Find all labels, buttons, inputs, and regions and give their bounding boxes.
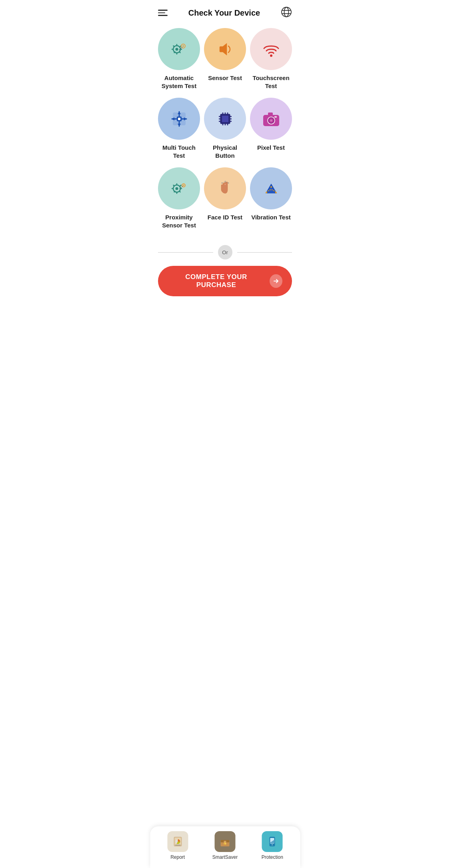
page-title: Check Your Device	[188, 8, 260, 18]
wifi-icon	[259, 37, 283, 61]
hamburger-menu-button[interactable]	[158, 10, 168, 16]
header: Check Your Device	[150, 0, 300, 24]
or-divider: Or	[150, 237, 300, 266]
svg-point-7	[182, 45, 184, 47]
cta-arrow-icon	[270, 274, 282, 288]
hand-touch-icon	[213, 177, 237, 201]
speaker-icon	[213, 37, 237, 61]
svg-point-1	[284, 7, 288, 17]
proximity-sensor-test-icon-circle	[158, 167, 200, 209]
svg-point-34	[183, 185, 184, 186]
grid-item-pixel-test[interactable]: Pixel Test	[250, 98, 292, 159]
pixel-test-icon-circle	[250, 98, 292, 140]
grid-item-touchscreen-test[interactable]: Touchscreen Test	[250, 28, 292, 90]
touchscreen-test-label: Touchscreen Test	[250, 74, 292, 90]
svg-rect-11	[178, 118, 180, 120]
grid-item-automatic-system-test[interactable]: Automatic System Test	[158, 28, 200, 90]
vibration-icon	[259, 177, 283, 201]
multi-touch-test-label: Multi Touch Test	[158, 144, 200, 159]
gear-proximity-icon	[167, 177, 191, 201]
vibration-test-label: Vibration Test	[251, 213, 291, 221]
grid-item-face-id-test[interactable]: Face ID Test	[204, 167, 246, 229]
touchscreen-test-icon-circle	[250, 28, 292, 70]
automatic-system-test-icon-circle	[158, 28, 200, 70]
svg-rect-13	[222, 116, 228, 122]
camera-icon	[259, 107, 283, 131]
multi-touch-test-icon-circle	[158, 98, 200, 140]
gear-auto-icon	[167, 37, 191, 61]
proximity-sensor-test-label: Proximity Sensor Test	[158, 213, 200, 229]
divider-line-left	[158, 252, 213, 253]
test-grid: Automatic System Test Sensor Test Touchs…	[150, 24, 300, 237]
grid-item-sensor-test[interactable]: Sensor Test	[204, 28, 246, 90]
divider-line-right	[237, 252, 292, 253]
globe-icon[interactable]	[281, 6, 292, 19]
svg-point-29	[270, 119, 272, 121]
grid-item-vibration-test[interactable]: Vibration Test	[250, 167, 292, 229]
svg-point-8	[270, 54, 272, 57]
or-badge: Or	[218, 245, 232, 259]
svg-point-40	[275, 192, 277, 193]
svg-point-41	[270, 186, 272, 188]
grid-item-physical-button[interactable]: Physical Button	[204, 98, 246, 159]
cross-arrows-icon	[167, 107, 191, 131]
svg-point-36	[224, 181, 226, 182]
svg-point-0	[282, 7, 291, 17]
face-id-test-icon-circle	[204, 167, 246, 209]
complete-purchase-button[interactable]: COMPLETE YOUR PURCHASE	[158, 266, 292, 296]
pixel-test-label: Pixel Test	[257, 144, 285, 152]
svg-rect-38	[224, 184, 226, 185]
physical-button-label: Physical Button	[204, 144, 246, 159]
sensor-test-icon-circle	[204, 28, 246, 70]
svg-rect-30	[274, 116, 277, 118]
grid-item-proximity-sensor-test[interactable]: Proximity Sensor Test	[158, 167, 200, 229]
grid-item-multi-touch-test[interactable]: Multi Touch Test	[158, 98, 200, 159]
chip-icon	[213, 107, 237, 131]
svg-point-5	[175, 48, 178, 50]
cta-label: COMPLETE YOUR PURCHASE	[168, 273, 265, 289]
automatic-system-test-label: Automatic System Test	[158, 74, 200, 90]
face-id-test-label: Face ID Test	[208, 213, 242, 221]
svg-point-32	[175, 187, 178, 190]
physical-button-icon-circle	[204, 98, 246, 140]
sensor-test-label: Sensor Test	[208, 74, 242, 82]
vibration-test-icon-circle	[250, 167, 292, 209]
svg-point-39	[266, 192, 267, 193]
